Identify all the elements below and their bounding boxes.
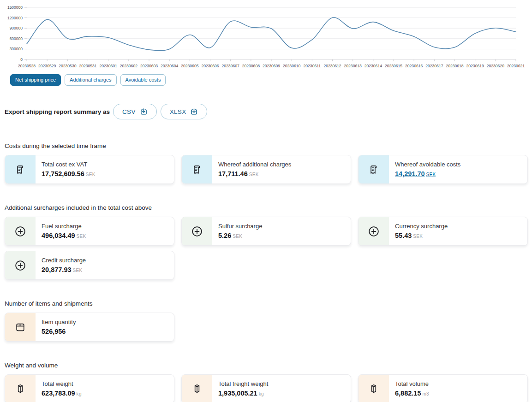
unit-label: SEK [86, 172, 96, 177]
card-value: 55.43SEK [395, 232, 448, 239]
section-costs: Costs during the selected time frame Tot… [5, 142, 528, 184]
export-xlsx-label: XLSX [170, 108, 186, 115]
svg-text:600000: 600000 [10, 36, 23, 41]
card-value: 526,956 [42, 328, 76, 335]
line-chart-canvas: 0300000600000900000120000015000002023052… [0, 0, 532, 71]
card-title: Whereof avoidable costs [395, 161, 460, 168]
chip-additional-charges[interactable]: Additional charges [65, 74, 117, 86]
svg-text:20230607: 20230607 [222, 64, 239, 68]
card-value: 623,783.09kg [42, 390, 82, 397]
export-xlsx-button[interactable]: XLSX [161, 104, 208, 119]
card-value: 496,034.49SEK [42, 232, 86, 239]
cube-icon [359, 375, 389, 402]
svg-text:20230602: 20230602 [120, 64, 137, 68]
svg-text:20230621: 20230621 [507, 64, 525, 68]
card-sulfur-surcharge: Sulfur surcharge 5.26SEK [181, 217, 351, 246]
unit-label: SEK [73, 268, 83, 273]
shipping-price-chart: 0300000600000900000120000015000002023052… [0, 0, 532, 71]
svg-text:20230619: 20230619 [466, 64, 484, 68]
svg-text:20230528: 20230528 [18, 64, 36, 68]
avoidable-costs-link[interactable]: 14,291.70SEK [395, 170, 436, 177]
section-weight: Weight and volume Total weight 623,783.0… [5, 362, 528, 402]
card-total-freight-weight: Total freight weight 1,935,005.21kg [181, 374, 351, 402]
package-icon [5, 313, 36, 341]
card-fuel-surcharge: Fuel surcharge 496,034.49SEK [5, 217, 174, 246]
section-costs-heading: Costs during the selected time frame [5, 142, 528, 149]
unit-label: SEK [413, 234, 423, 239]
svg-text:1200000: 1200000 [7, 16, 23, 20]
svg-text:20230601: 20230601 [100, 64, 117, 68]
card-title: Total weight [42, 380, 82, 387]
svg-text:20230603: 20230603 [140, 64, 158, 68]
svg-text:20230610: 20230610 [283, 64, 300, 68]
card-value: 17,711.46SEK [218, 170, 291, 177]
card-title: Sulfur surcharge [218, 223, 262, 230]
cube-icon [5, 375, 36, 402]
card-value: 6,882.15m3 [395, 390, 429, 397]
svg-text:1500000: 1500000 [7, 5, 23, 10]
plus-circle-icon [359, 217, 389, 245]
card-item-quantity: Item quantity 526,956 [5, 313, 174, 342]
svg-text:20230618: 20230618 [446, 64, 463, 68]
unit-label: SEK [77, 234, 86, 239]
chip-net-shipping-price[interactable]: Net shipping price [10, 74, 61, 86]
svg-text:0: 0 [20, 57, 23, 62]
unit-label: SEK [249, 172, 259, 177]
card-title: Credit surcharge [42, 257, 86, 264]
svg-text:20230613: 20230613 [344, 64, 362, 68]
svg-text:20230529: 20230529 [38, 64, 56, 68]
card-currency-surcharge: Currency surcharge 55.43SEK [358, 217, 528, 246]
svg-text:20230616: 20230616 [405, 64, 423, 68]
card-credit-surcharge: Credit surcharge 20,877.93SEK [5, 251, 174, 280]
svg-text:20230620: 20230620 [487, 64, 504, 68]
card-title: Item quantity [42, 319, 76, 325]
card-title: Total freight weight [218, 380, 268, 387]
unit-label: m3 [422, 391, 429, 396]
svg-text:300000: 300000 [10, 47, 23, 51]
export-label: Export shipping report summary as [5, 108, 110, 115]
card-additional-charges: Whereof additional charges 17,711.46SEK [181, 155, 351, 184]
section-surcharges: Additional surcharges included in the to… [5, 204, 528, 280]
export-csv-button[interactable]: CSV [113, 104, 157, 119]
card-title: Total volume [395, 380, 429, 387]
svg-text:20230606: 20230606 [201, 64, 219, 68]
svg-text:20230609: 20230609 [263, 64, 280, 68]
card-total-weight: Total weight 623,783.09kg [5, 374, 174, 402]
section-weight-heading: Weight and volume [5, 362, 528, 369]
svg-text:20230531: 20230531 [79, 64, 96, 68]
unit-label: SEK [426, 172, 436, 177]
card-total-volume: Total volume 6,882.15m3 [358, 374, 528, 402]
svg-text:20230617: 20230617 [425, 64, 443, 68]
section-surcharges-heading: Additional surcharges included in the to… [5, 204, 528, 211]
svg-text:20230604: 20230604 [161, 64, 178, 68]
cube-icon [182, 375, 212, 402]
download-icon [190, 108, 198, 115]
unit-label: kg [259, 391, 264, 396]
export-row: Export shipping report summary as CSV XL… [5, 104, 532, 119]
svg-text:20230605: 20230605 [181, 64, 198, 68]
receipt-icon [182, 155, 212, 183]
plus-circle-icon [5, 251, 36, 279]
svg-text:900000: 900000 [10, 26, 23, 30]
section-items: Number of items and shipments Item quant… [5, 300, 528, 342]
chip-avoidable-costs[interactable]: Avoidable costs [120, 74, 166, 86]
svg-text:20230608: 20230608 [242, 64, 260, 68]
unit-label: kg [77, 391, 82, 396]
card-title: Whereof additional charges [218, 161, 291, 168]
plus-circle-icon [182, 217, 212, 245]
svg-text:20230530: 20230530 [59, 64, 76, 68]
card-title: Currency surcharge [395, 223, 448, 230]
download-icon [140, 108, 148, 115]
svg-text:20230615: 20230615 [385, 64, 402, 68]
unit-label: SEK [233, 234, 242, 239]
card-title: Total cost ex VAT [42, 161, 96, 168]
card-value: 20,877.93SEK [42, 266, 86, 273]
card-total-cost: Total cost ex VAT 17,752,609.56SEK [5, 155, 174, 184]
svg-text:20230612: 20230612 [323, 64, 341, 68]
card-value: 1,935,005.21kg [218, 390, 268, 397]
card-value: 5.26SEK [218, 232, 262, 239]
receipt-icon [359, 155, 389, 183]
svg-text:20230611: 20230611 [304, 64, 321, 68]
chart-filter-chips: Net shipping price Additional charges Av… [10, 74, 532, 86]
export-csv-label: CSV [122, 108, 136, 115]
